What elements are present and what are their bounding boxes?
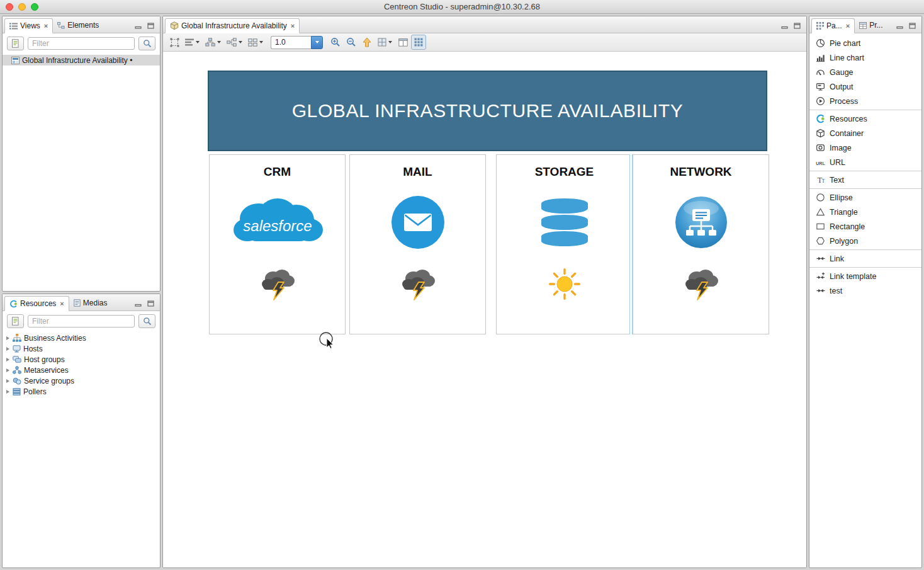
palette-item-url[interactable]: URL URL — [809, 155, 921, 169]
expander-icon[interactable] — [6, 379, 9, 383]
close-icon[interactable]: × — [60, 300, 64, 307]
process-icon — [815, 96, 826, 106]
palette-item-output[interactable]: Output — [809, 79, 921, 94]
chevron-down-icon — [196, 41, 200, 43]
tree-item-host-groups[interactable]: Host groups — [3, 354, 160, 365]
palette-item-process[interactable]: Process — [809, 94, 921, 108]
layout-grid-button[interactable] — [245, 35, 266, 50]
tab-palette[interactable]: Pa... × — [811, 18, 855, 33]
views-filter-input[interactable] — [28, 37, 135, 50]
snap-grid-toggle[interactable] — [411, 35, 426, 50]
minimize-panel-icon[interactable] — [780, 21, 789, 30]
maximize-panel-icon[interactable] — [792, 21, 802, 30]
layout-horizontal-button[interactable] — [224, 35, 245, 50]
close-icon[interactable]: × — [846, 22, 850, 30]
tab-properties-label: Pr... — [869, 21, 882, 30]
palette-item-link[interactable]: Link — [809, 251, 921, 266]
tree-item-business-activities[interactable]: Business Activities — [3, 333, 160, 343]
expander-icon[interactable] — [6, 358, 9, 362]
zoom-out-button[interactable] — [344, 35, 359, 50]
maximize-panel-icon[interactable] — [146, 299, 155, 307]
expander-icon[interactable] — [6, 336, 9, 340]
palette-item-rectangle[interactable]: Rectangle — [809, 219, 921, 234]
tree-item-label: Metaservices — [24, 366, 69, 375]
tab-views[interactable]: Views × — [4, 18, 53, 33]
minimize-window-button[interactable] — [18, 3, 26, 11]
maximize-panel-icon[interactable] — [908, 21, 917, 30]
tab-elements[interactable]: Elements — [53, 18, 103, 33]
resources-filter-input[interactable] — [28, 315, 135, 328]
tree-item-service-groups[interactable]: Service groups — [3, 375, 160, 386]
palette-item-triangle[interactable]: Triangle — [809, 205, 921, 219]
export-grid-button[interactable] — [375, 35, 395, 50]
tree-item-metaservices[interactable]: Metaservices — [3, 365, 160, 375]
view-icon — [11, 57, 20, 64]
resources-panel-window-buttons — [133, 299, 159, 311]
card-title: CRM — [264, 165, 291, 179]
palette-item-polygon[interactable]: Polygon — [809, 234, 921, 248]
palette-item-test[interactable]: test — [809, 283, 921, 298]
tree-item-hosts[interactable]: Hosts — [3, 343, 160, 354]
palette-item-ellipse[interactable]: Ellipse — [809, 190, 921, 205]
up-level-button[interactable] — [359, 35, 375, 50]
service-groups-icon — [13, 377, 21, 385]
chevron-down-icon — [239, 41, 242, 43]
tab-medias[interactable]: Medias — [69, 295, 112, 311]
widget-network[interactable]: NETWORK — [633, 154, 769, 334]
selection-handles-button[interactable] — [167, 35, 182, 50]
title-banner-widget[interactable]: GLOBAL INFRASTRUCTURE AVAILABILITY — [208, 71, 767, 151]
tab-medias-label: Medias — [83, 299, 108, 307]
tree-item-pollers[interactable]: Pollers — [3, 386, 160, 397]
new-view-button[interactable] — [7, 37, 24, 50]
salesforce-wordmark: salesforce — [243, 217, 312, 234]
minimize-panel-icon[interactable] — [895, 21, 904, 30]
chevron-down-icon — [217, 41, 221, 43]
zoom-level-input[interactable] — [271, 36, 311, 49]
link-icon — [815, 254, 826, 263]
split-view-button[interactable] — [395, 35, 410, 50]
widget-storage[interactable]: STORAGE — [496, 154, 633, 334]
zoom-in-button[interactable] — [328, 35, 343, 50]
tab-resources[interactable]: Resources × — [4, 296, 69, 311]
resources-doc-button[interactable] — [7, 314, 24, 328]
expander-icon[interactable] — [6, 368, 9, 372]
zoom-dropdown-button[interactable] — [311, 36, 323, 49]
close-icon[interactable]: × — [44, 22, 48, 30]
tab-properties[interactable]: Pr... — [855, 18, 887, 33]
palette-item-gauge[interactable]: Gauge — [809, 65, 921, 79]
left-column: Views × Elements — [2, 16, 161, 568]
widget-mail[interactable]: MAIL — [349, 154, 486, 334]
maximize-panel-icon[interactable] — [146, 21, 155, 30]
palette-item-link-template[interactable]: Link template — [809, 269, 921, 283]
align-menu-button[interactable] — [183, 35, 202, 50]
chevron-down-icon — [388, 41, 392, 43]
expander-icon[interactable] — [6, 347, 9, 351]
fullscreen-window-button[interactable] — [31, 3, 38, 11]
minimize-panel-icon[interactable] — [133, 21, 143, 30]
palette-item-container[interactable]: Container — [809, 126, 921, 140]
palette-item-resources[interactable]: Resources — [809, 111, 921, 126]
card-title: NETWORK — [670, 165, 731, 179]
palette-item-image[interactable]: Image — [809, 140, 921, 155]
palette-item-label: URL — [830, 158, 845, 167]
layout-tree-button[interactable] — [203, 35, 223, 50]
palette-item-label: Line chart — [830, 54, 864, 62]
minimize-panel-icon[interactable] — [133, 299, 143, 307]
design-canvas[interactable]: GLOBAL INFRASTRUCTURE AVAILABILITY CRM — [163, 52, 806, 567]
close-window-button[interactable] — [6, 3, 13, 11]
tab-editor-view[interactable]: Global Infrastructure Availability × — [165, 18, 300, 33]
close-icon[interactable]: × — [291, 22, 295, 30]
centreon-resources-icon — [9, 300, 18, 308]
palette-item-text[interactable]: TT Text — [809, 173, 921, 187]
widget-crm[interactable]: CRM salesforce — [209, 154, 346, 334]
palette-item-line-chart[interactable]: Line chart — [809, 50, 921, 65]
palette-divider — [809, 110, 921, 110]
image-icon — [815, 143, 826, 152]
tree-item-view[interactable]: Global Infrastructure Availability • — [3, 55, 160, 66]
expander-icon[interactable] — [6, 390, 9, 394]
resources-search-button[interactable] — [138, 314, 155, 328]
views-search-button[interactable] — [138, 37, 155, 50]
tree-item-label: Global Infrastructure Availability • — [22, 56, 132, 65]
palette-item-pie-chart[interactable]: Pie chart — [809, 36, 921, 50]
palette-item-label: Resources — [830, 115, 867, 123]
